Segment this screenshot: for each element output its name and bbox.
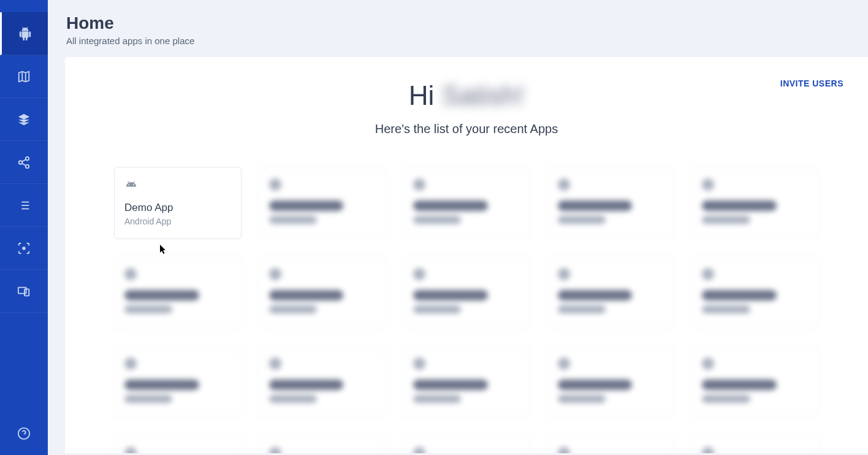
app-icon-placeholder xyxy=(413,447,425,453)
app-type: Android App xyxy=(124,216,231,226)
app-card xyxy=(547,346,675,418)
invite-users-link[interactable]: INVITE USERS xyxy=(780,78,843,88)
greeting-heading: Hi Satish! xyxy=(89,80,843,111)
app-name xyxy=(558,290,633,300)
app-card xyxy=(691,346,819,418)
layers-icon xyxy=(17,113,31,126)
scan-icon xyxy=(17,242,31,255)
map-icon xyxy=(17,70,31,83)
app-card xyxy=(547,435,675,453)
app-type xyxy=(269,395,317,403)
app-type xyxy=(124,305,172,313)
main: Home All integrated apps in one place IN… xyxy=(48,0,868,455)
app-icon-placeholder xyxy=(558,178,570,191)
app-icon-placeholder xyxy=(558,447,570,453)
app-type xyxy=(124,395,172,403)
app-name xyxy=(269,201,344,211)
svg-rect-13 xyxy=(25,289,29,296)
app-icon-placeholder xyxy=(269,358,281,370)
app-type xyxy=(558,305,606,313)
app-icon-placeholder xyxy=(124,447,137,453)
app-card xyxy=(259,346,386,418)
sidebar-item-android[interactable] xyxy=(0,12,48,55)
android-icon xyxy=(18,27,32,40)
sidebar-item-map[interactable] xyxy=(0,55,48,98)
app-type xyxy=(413,395,461,403)
page-subtitle: All integrated apps in one place xyxy=(66,36,850,46)
app-card xyxy=(403,346,530,418)
page-header: Home All integrated apps in one place xyxy=(48,0,868,57)
app-icon-placeholder xyxy=(413,358,425,370)
sidebar-item-scan[interactable] xyxy=(0,227,48,270)
sidebar xyxy=(0,0,48,455)
app-card xyxy=(691,256,819,329)
app-card xyxy=(114,346,242,418)
app-icon-placeholder xyxy=(702,268,714,280)
app-icon-placeholder xyxy=(413,268,425,280)
sidebar-item-layers[interactable] xyxy=(0,98,48,141)
app-icon-placeholder xyxy=(558,358,570,370)
app-type xyxy=(558,216,606,224)
app-type xyxy=(702,395,750,403)
app-icon-placeholder xyxy=(124,268,137,280)
app-card xyxy=(259,435,386,453)
app-icon-placeholder xyxy=(558,268,570,280)
app-name xyxy=(413,201,488,211)
app-type xyxy=(413,216,461,224)
app-card[interactable]: Demo AppAndroid App xyxy=(114,167,242,239)
app-name xyxy=(413,380,488,390)
svg-point-1 xyxy=(19,161,23,164)
app-card xyxy=(403,256,530,329)
share-icon xyxy=(17,156,31,169)
greeting: Hi Satish! Here's the list of your recen… xyxy=(89,80,843,136)
app-name xyxy=(124,290,199,300)
app-card xyxy=(259,167,386,239)
help-icon xyxy=(17,427,31,440)
app-icon-placeholder xyxy=(702,178,714,191)
app-name: Demo App xyxy=(124,202,231,214)
app-name xyxy=(702,201,777,211)
svg-point-0 xyxy=(26,156,29,160)
devices-icon xyxy=(17,285,31,298)
svg-point-2 xyxy=(26,164,29,168)
app-type xyxy=(702,216,750,224)
greeting-subtitle: Here's the list of your recent Apps xyxy=(89,122,843,136)
apps-grid: Demo AppAndroid App xyxy=(89,167,843,453)
svg-line-4 xyxy=(22,159,26,161)
list-icon xyxy=(17,199,31,212)
page-title: Home xyxy=(66,13,850,33)
app-name xyxy=(413,290,488,300)
greeting-name: Satish! xyxy=(442,80,525,110)
sidebar-item-devices[interactable] xyxy=(0,270,48,313)
app-card xyxy=(691,167,819,239)
app-type xyxy=(269,216,317,224)
app-icon-placeholder xyxy=(269,178,281,191)
svg-line-3 xyxy=(22,163,26,166)
svg-point-11 xyxy=(23,247,25,250)
app-name xyxy=(269,380,344,390)
app-card xyxy=(403,167,530,239)
app-card xyxy=(547,167,675,239)
app-card xyxy=(114,435,242,453)
android-icon xyxy=(124,178,231,192)
content-panel: INVITE USERS Hi Satish! Here's the list … xyxy=(65,57,868,453)
app-name xyxy=(558,380,633,390)
app-card xyxy=(403,435,530,453)
app-name xyxy=(124,380,199,390)
app-name xyxy=(269,290,344,300)
app-type xyxy=(413,305,461,313)
sidebar-help[interactable] xyxy=(0,418,48,449)
app-icon-placeholder xyxy=(702,358,714,370)
sidebar-item-share[interactable] xyxy=(0,141,48,184)
app-card xyxy=(691,435,819,453)
sidebar-item-list[interactable] xyxy=(0,184,48,227)
app-type xyxy=(702,305,750,313)
app-type xyxy=(558,395,606,403)
app-card xyxy=(547,256,675,329)
app-icon-placeholder xyxy=(269,268,281,280)
app-name xyxy=(702,290,777,300)
app-icon-placeholder xyxy=(413,178,425,191)
greeting-prefix: Hi xyxy=(409,80,435,110)
app-type xyxy=(269,305,317,313)
app-icon-placeholder xyxy=(269,447,281,453)
